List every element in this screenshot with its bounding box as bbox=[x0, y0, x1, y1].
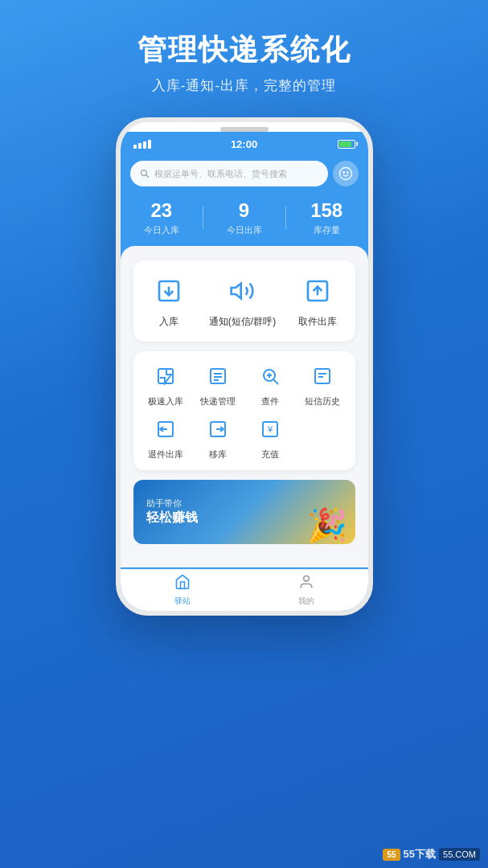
recharge-label: 充值 bbox=[261, 448, 279, 461]
move-icon-wrap bbox=[203, 414, 233, 444]
flash-inbound-label: 极速入库 bbox=[148, 395, 183, 407]
bar1 bbox=[133, 145, 137, 149]
signal-bars bbox=[133, 140, 151, 149]
inbox-icon bbox=[156, 278, 182, 304]
stat-inbound-number: 23 bbox=[121, 199, 203, 222]
action-outbound[interactable]: 取件出库 bbox=[298, 273, 337, 329]
stat-outbound-label: 今日出库 bbox=[227, 225, 262, 235]
store-icon bbox=[174, 574, 191, 594]
grid-row-2: 退件出库 移库 bbox=[140, 414, 349, 461]
flash-icon-wrap bbox=[150, 361, 181, 391]
battery-icon bbox=[338, 140, 355, 149]
search-placeholder-text: 根据运单号、联系电话、货号搜索 bbox=[154, 168, 287, 180]
battery-fill bbox=[339, 141, 351, 147]
action-outbound-label: 取件出库 bbox=[298, 315, 337, 329]
flash-icon bbox=[156, 366, 175, 386]
svg-marker-7 bbox=[232, 284, 241, 299]
search-icon bbox=[140, 169, 150, 178]
status-time: 12:00 bbox=[231, 138, 257, 150]
grid-recharge[interactable]: ¥ 充值 bbox=[246, 414, 294, 461]
manage-icon-wrap bbox=[203, 361, 233, 391]
bar3 bbox=[143, 141, 146, 149]
watermark-domain: 55.COM bbox=[439, 848, 480, 861]
nav-profile[interactable]: 我的 bbox=[244, 570, 368, 611]
user-avatar[interactable] bbox=[333, 161, 359, 186]
grid-move[interactable]: 移库 bbox=[194, 414, 242, 461]
query-icon-wrap bbox=[255, 361, 285, 391]
stat-outbound: 9 今日出库 bbox=[203, 199, 285, 236]
bar4 bbox=[148, 140, 151, 149]
outbox-icon-wrap bbox=[300, 273, 335, 309]
svg-point-28 bbox=[303, 576, 309, 582]
search-area: 根据运单号、联系电话、货号搜索 bbox=[121, 154, 368, 193]
watermark-text-label: 55下载 bbox=[404, 847, 436, 862]
svg-line-1 bbox=[146, 175, 149, 178]
bar2 bbox=[138, 143, 141, 149]
action-notify-label: 通知(短信/群呼) bbox=[209, 315, 276, 329]
svg-point-3 bbox=[343, 172, 345, 174]
main-card: 入库 通知(短信/群呼) bbox=[121, 246, 368, 567]
recharge-icon-wrap: ¥ bbox=[255, 414, 285, 444]
header-area: 管理快递系统化 入库-通知-出库，完整的管理 bbox=[0, 0, 488, 95]
action-inbound-label: 入库 bbox=[159, 315, 178, 329]
move-label: 移库 bbox=[209, 448, 227, 461]
svg-point-2 bbox=[339, 168, 351, 180]
notify-icon bbox=[229, 278, 255, 304]
user-icon bbox=[298, 574, 314, 594]
primary-actions: 入库 通知(短信/群呼) bbox=[133, 260, 355, 342]
svg-point-4 bbox=[347, 172, 348, 174]
grid-query[interactable]: 查件 bbox=[246, 361, 294, 407]
watermark: 55 55下载 55.COM bbox=[383, 847, 480, 862]
stat-inbound: 23 今日入库 bbox=[121, 199, 203, 236]
nav-profile-label: 我的 bbox=[298, 596, 314, 607]
bottom-nav: 驿站 我的 bbox=[121, 569, 368, 611]
recharge-icon: ¥ bbox=[260, 420, 280, 439]
stat-stock: 158 库存量 bbox=[285, 199, 368, 236]
phone-content: 根据运单号、联系电话、货号搜索 23 今日入库 bbox=[121, 154, 368, 616]
stat-stock-label: 库存量 bbox=[314, 225, 340, 235]
phone-mockup: 12:00 根据运单号、联系电话、货号搜索 bbox=[116, 117, 373, 616]
notify-icon-wrap bbox=[224, 273, 260, 309]
banner-text: 助手带你 轻松赚钱 bbox=[146, 497, 198, 526]
header-subtitle: 入库-通知-出库，完整的管理 bbox=[0, 76, 488, 95]
manage-label: 快递管理 bbox=[200, 395, 236, 407]
return-icon-wrap bbox=[150, 414, 181, 444]
svg-line-16 bbox=[273, 379, 278, 384]
action-inbound[interactable]: 入库 bbox=[151, 273, 187, 329]
query-label: 查件 bbox=[261, 395, 279, 407]
inbox-icon-wrap bbox=[151, 273, 187, 309]
nav-station-label: 驿站 bbox=[174, 596, 191, 607]
promo-banner[interactable]: 助手带你 轻松赚钱 🎉 bbox=[133, 480, 355, 544]
outbox-icon bbox=[305, 278, 330, 304]
nav-station[interactable]: 驿站 bbox=[121, 570, 244, 611]
move-icon bbox=[208, 420, 228, 439]
phone-mockup-wrap: 12:00 根据运单号、联系电话、货号搜索 bbox=[0, 117, 488, 616]
sms-history-label: 短信历史 bbox=[305, 395, 340, 407]
banner-decoration: 🎉 bbox=[307, 506, 347, 544]
header-title: 管理快递系统化 bbox=[0, 31, 488, 70]
svg-point-0 bbox=[141, 170, 146, 176]
sms-history-icon bbox=[313, 366, 332, 386]
return-icon bbox=[156, 420, 175, 439]
action-notify[interactable]: 通知(短信/群呼) bbox=[209, 273, 276, 329]
watermark-badge: 55 bbox=[383, 849, 400, 861]
smiley-icon bbox=[338, 166, 353, 181]
secondary-grid: 极速入库 快递管理 bbox=[133, 351, 355, 470]
grid-manage[interactable]: 快递管理 bbox=[194, 361, 242, 407]
status-bar: 12:00 bbox=[121, 132, 368, 154]
query-icon bbox=[260, 366, 280, 386]
sms-icon-wrap bbox=[307, 361, 338, 391]
grid-sms-history[interactable]: 短信历史 bbox=[298, 361, 347, 407]
svg-text:¥: ¥ bbox=[267, 424, 273, 434]
grid-flash-inbound[interactable]: 极速入库 bbox=[141, 361, 190, 407]
return-label: 退件出库 bbox=[148, 448, 183, 461]
manage-icon bbox=[208, 366, 228, 386]
grid-row-1: 极速入库 快递管理 bbox=[140, 361, 349, 407]
grid-return[interactable]: 退件出库 bbox=[141, 414, 190, 461]
stat-inbound-label: 今日入库 bbox=[144, 225, 179, 235]
stats-row: 23 今日入库 9 今日出库 158 库存量 bbox=[121, 193, 368, 246]
search-box[interactable]: 根据运单号、联系电话、货号搜索 bbox=[130, 161, 328, 186]
banner-line2: 轻松赚钱 bbox=[146, 510, 198, 526]
banner-line1: 助手带你 bbox=[146, 497, 198, 510]
battery-wrap bbox=[338, 140, 355, 149]
